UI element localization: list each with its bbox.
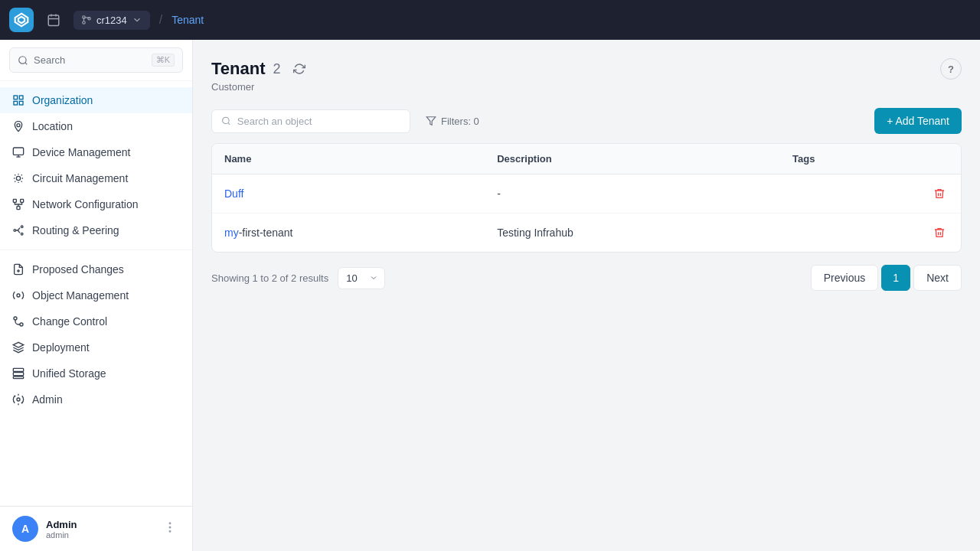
unified-storage-icon <box>12 367 24 380</box>
svg-rect-33 <box>13 377 23 379</box>
svg-point-19 <box>16 176 20 180</box>
svg-point-9 <box>19 56 26 63</box>
svg-rect-31 <box>13 368 23 371</box>
svg-rect-20 <box>13 199 16 202</box>
search-button[interactable]: Search ⌘K <box>9 47 183 73</box>
delete-icon <box>933 227 946 239</box>
user-role: admin <box>46 530 77 540</box>
object-search-box[interactable] <box>211 109 410 133</box>
help-button[interactable]: ? <box>940 58 962 80</box>
breadcrumb-separator: / <box>159 13 162 27</box>
svg-point-38 <box>223 117 230 124</box>
sidebar-item-label: Change Control <box>32 315 107 328</box>
page-title-row: Tenant 2 <box>211 58 310 80</box>
sidebar-divider <box>0 249 192 250</box>
search-icon <box>18 55 28 66</box>
branch-selector[interactable]: cr1234 <box>74 11 150 30</box>
svg-line-39 <box>228 122 230 124</box>
branch-label: cr1234 <box>96 15 127 26</box>
add-tenant-label: + Add Tenant <box>887 115 949 127</box>
sidebar-item-label: Routing & Peering <box>32 224 119 236</box>
tenant-description: - <box>485 174 780 214</box>
sidebar-item-object-management[interactable]: Object Management <box>0 282 192 308</box>
sidebar-item-location[interactable]: Location <box>0 113 192 139</box>
col-name: Name <box>212 144 485 174</box>
deployment-icon <box>12 341 24 354</box>
sidebar-item-label: Unified Storage <box>32 367 106 380</box>
svg-point-24 <box>21 226 23 228</box>
svg-point-34 <box>17 398 20 401</box>
sidebar-item-proposed-changes[interactable]: Proposed Changes <box>0 256 192 282</box>
sidebar-item-unified-storage[interactable]: Unified Storage <box>0 360 192 386</box>
main-content: Tenant 2 Customer ? <box>193 40 980 551</box>
svg-point-30 <box>20 323 23 326</box>
svg-rect-12 <box>19 96 23 99</box>
add-tenant-button[interactable]: + Add Tenant <box>874 108 962 134</box>
sidebar-item-label: Network Configuration <box>32 198 139 210</box>
sidebar-item-label: Circuit Management <box>32 172 128 184</box>
user-info: Admin admin <box>46 519 77 540</box>
sidebar: Search ⌘K Organization Location <box>0 40 193 551</box>
sidebar-item-label: Device Management <box>32 146 130 158</box>
col-description: Description <box>485 144 780 174</box>
next-button[interactable]: Next <box>913 265 962 291</box>
user-menu-button[interactable] <box>160 517 180 540</box>
col-tags: Tags <box>780 144 918 174</box>
sidebar-item-label: Proposed Changes <box>32 263 124 276</box>
sidebar-item-label: Object Management <box>32 289 129 302</box>
tenant-tags <box>780 174 918 214</box>
svg-rect-32 <box>13 373 23 376</box>
sidebar-item-circuit-management[interactable]: Circuit Management <box>0 165 192 191</box>
sidebar-navigation: Organization Location Device Management <box>0 81 192 506</box>
svg-point-36 <box>169 527 171 528</box>
search-box-icon <box>221 116 231 126</box>
svg-point-15 <box>17 124 20 127</box>
page-count: 2 <box>273 61 280 77</box>
search-input[interactable] <box>237 116 400 127</box>
user-name: Admin <box>46 519 77 530</box>
sidebar-item-organization[interactable]: Organization <box>0 87 192 113</box>
sidebar-search-area: Search ⌘K <box>0 40 192 81</box>
previous-button[interactable]: Previous <box>811 265 878 291</box>
per-page-selector: 10 25 50 100 <box>338 267 385 289</box>
filters-label: Filters: 0 <box>441 116 479 127</box>
app-logo[interactable] <box>9 8 34 32</box>
refresh-icon <box>293 63 305 75</box>
tenant-description: Testing Infrahub <box>485 214 780 253</box>
proposed-changes-icon <box>12 263 24 276</box>
table-row: my-first-tenant Testing Infrahub <box>212 214 961 253</box>
svg-marker-0 <box>15 14 28 27</box>
svg-point-35 <box>169 523 171 524</box>
svg-point-25 <box>21 233 23 235</box>
object-management-icon <box>12 289 24 302</box>
page-1-button[interactable]: 1 <box>881 265 910 291</box>
svg-marker-1 <box>18 17 24 23</box>
sidebar-item-admin[interactable]: Admin <box>0 386 192 412</box>
network-configuration-icon <box>12 198 24 210</box>
sidebar-item-routing-peering[interactable]: Routing & Peering <box>0 217 192 243</box>
toolbar-left: Filters: 0 <box>211 109 487 133</box>
sidebar-item-change-control[interactable]: Change Control <box>0 308 192 334</box>
svg-rect-14 <box>14 101 18 105</box>
avatar: A <box>12 516 38 542</box>
sidebar-item-label: Location <box>32 120 73 132</box>
sidebar-item-network-configuration[interactable]: Network Configuration <box>0 191 192 217</box>
filters-button[interactable]: Filters: 0 <box>418 110 487 132</box>
per-page-select[interactable]: 10 25 50 100 <box>338 267 385 289</box>
sidebar-item-device-management[interactable]: Device Management <box>0 139 192 165</box>
pagination-row: Showing 1 to 2 of 2 results 10 25 50 100… <box>211 265 962 291</box>
delete-button[interactable] <box>930 184 949 203</box>
delete-button[interactable] <box>930 223 949 242</box>
calendar-icon[interactable] <box>41 8 66 32</box>
sidebar-item-label: Organization <box>32 94 93 106</box>
svg-rect-2 <box>48 15 59 26</box>
refresh-button[interactable] <box>289 58 310 80</box>
tenant-table: Name Description Tags Duff - <box>211 143 962 253</box>
topbar: cr1234 / Tenant <box>0 0 980 40</box>
routing-peering-icon <box>12 224 24 236</box>
tenant-name-link-duff[interactable]: Duff <box>224 187 243 200</box>
page-header: Tenant 2 Customer ? <box>211 58 962 93</box>
sidebar-item-deployment[interactable]: Deployment <box>0 334 192 360</box>
table-toolbar: Filters: 0 + Add Tenant <box>211 108 962 134</box>
tenant-name-link-my-first-tenant[interactable]: my-first-tenant <box>224 227 292 239</box>
